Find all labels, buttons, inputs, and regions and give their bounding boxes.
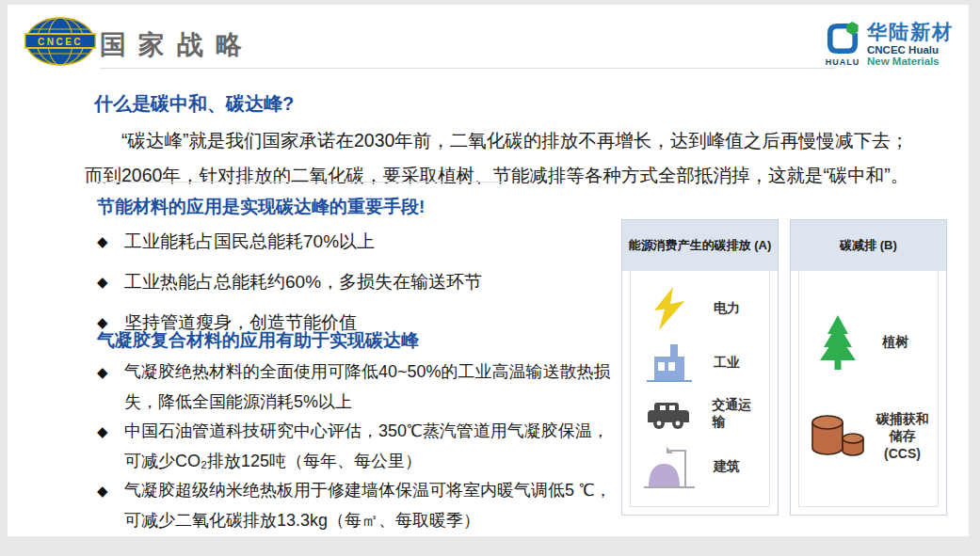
section-aerogel: 气凝胶复合材料的应用有助于实现碳达峰 ◆ 气凝胶绝热材料的全面使用可降低40~5… <box>97 328 624 535</box>
bullet-text-line: 气凝胶超级纳米绝热板用于修建墙体保温可将室内暖气调低5 ℃， <box>124 476 624 506</box>
diamond-bullet-icon: ◆ <box>97 230 108 254</box>
intro-paragraph-line1: “碳达峰”就是我们国家承诺在2030年前，二氧化碳的排放不再增长，达到峰值之后再… <box>85 123 956 158</box>
list-item: ◆ 中国石油管道科技研究中心评估，350℃蒸汽管道用气凝胶保温， 可减少CO₂排… <box>97 417 624 476</box>
list-item: ◆ 气凝胶超级纳米绝热板用于修建墙体保温可将室内暖气调低5 ℃， 可减少二氧化碳… <box>97 476 624 535</box>
ccs-label-line2: (CCS) <box>873 445 932 462</box>
panel-carbon-emission: 能源消费产生的碳排放 (A) 电力 <box>621 219 779 516</box>
section-energy-saving-heading: 节能材料的应用是实现碳达峰的重要手段! <box>97 195 624 218</box>
header-divider <box>101 68 835 69</box>
factory-icon <box>636 342 702 384</box>
section-energy-saving-bullets: ◆ 工业能耗占国民总能耗70%以上 ◆ 工业热能占总能耗约60%，多损失在输送环… <box>97 230 624 335</box>
panel-carbon-emission-body: 电力 工业 <box>630 271 770 507</box>
panel-carbon-reduction-header: 碳减排 (B) <box>791 220 946 271</box>
diamond-bullet-icon: ◆ <box>97 270 108 294</box>
section-aerogel-heading: 气凝胶复合材料的应用有助于实现碳达峰 <box>97 328 624 352</box>
bullet-text-line: 气凝胶绝热材料的全面使用可降低40~50%的工业高温输送散热损 <box>124 357 624 388</box>
car-icon <box>636 399 700 429</box>
list-item: 建筑 <box>636 443 763 490</box>
cncec-logo-text: CNCEC <box>38 37 83 47</box>
panel-item-label: 工业 <box>714 355 740 372</box>
panel-item-label: 植树 <box>882 334 908 351</box>
page-title: 国家战略 <box>100 27 254 63</box>
hualu-mark: HUALU <box>824 22 861 67</box>
diamond-bullet-icon: ◆ <box>97 417 108 447</box>
section-divider <box>96 182 503 183</box>
panel-carbon-reduction: 碳减排 (B) 植树 <box>790 219 947 516</box>
panel-carbon-emission-header: 能源消费产生的碳排放 (A) <box>622 220 778 271</box>
list-item: 交通运输 <box>636 397 763 431</box>
cncec-logo-icon: CNCEC <box>24 16 96 67</box>
slide: CNCEC 国家战略 HUALU 华陆新材 CNCEC Hualu New Ma… <box>8 5 969 536</box>
hualu-mark-label: HUALU <box>824 57 861 67</box>
bullet-text-line: 可减少二氧化碳排放13.3kg（每㎡、每取暖季） <box>124 506 624 536</box>
list-item: ◆ 工业热能占总能耗约60%，多损失在输送环节 <box>97 270 624 294</box>
panel-item-label: 交通运输 <box>712 397 763 431</box>
hualu-logo-text: 华陆新材 CNCEC Hualu New Materials <box>867 22 954 67</box>
hualu-name-en2: New Materials <box>867 56 954 67</box>
tree-icon <box>805 315 871 370</box>
list-item: 工业 <box>636 342 763 384</box>
ccs-label-line1: 碳捕获和储存 <box>873 410 932 444</box>
section-aerogel-bullets: ◆ 气凝胶绝热材料的全面使用可降低40~50%的工业高温输送散热损 失，降低全国… <box>97 357 624 535</box>
page-background: CNCEC 国家战略 HUALU 华陆新材 CNCEC Hualu New Ma… <box>0 0 980 556</box>
panel-item-label: 碳捕获和储存 (CCS) <box>873 410 932 462</box>
bullet-text-line: 失，降低全国能源消耗5%以上 <box>124 388 624 418</box>
panel-item-label: 建筑 <box>714 458 740 475</box>
list-item: 碳捕获和储存 (CCS) <box>805 410 932 462</box>
intro-heading: 什么是碳中和、碳达峰? <box>94 91 294 117</box>
panel-item-label: 电力 <box>714 300 740 317</box>
hualu-name-cn: 华陆新材 <box>867 22 954 42</box>
storage-cylinders-icon <box>805 414 871 459</box>
hualu-logo: HUALU 华陆新材 CNCEC Hualu New Materials <box>824 22 954 67</box>
lightning-icon <box>636 287 702 330</box>
list-item: 电力 <box>636 287 763 330</box>
diamond-bullet-icon: ◆ <box>97 476 108 506</box>
bullet-text-line: 可减少CO₂排放125吨（每年、每公里） <box>124 447 624 477</box>
list-item: 植树 <box>805 315 932 370</box>
hualu-name-en1: CNCEC Hualu <box>867 44 954 56</box>
dome-building-icon <box>636 443 702 490</box>
list-item: ◆ 气凝胶绝热材料的全面使用可降低40~50%的工业高温输送散热损 失，降低全国… <box>97 357 624 417</box>
diamond-bullet-icon: ◆ <box>97 357 108 388</box>
intro-paragraph-line2: 而到2060年，针对排放的二氧化碳，要采取植树、节能减排等各种方式全部抵消掉，这… <box>85 158 956 193</box>
bullet-text: 工业热能占总能耗约60%，多损失在输送环节 <box>124 272 482 292</box>
bullet-text: 工业能耗占国民总能耗70%以上 <box>124 231 375 251</box>
bullet-text-line: 中国石油管道科技研究中心评估，350℃蒸汽管道用气凝胶保温， <box>124 417 624 447</box>
hualu-mark-icon <box>825 22 860 56</box>
panel-carbon-reduction-body: 植树 碳捕获和储存 (CCS) <box>798 271 939 507</box>
list-item: ◆ 工业能耗占国民总能耗70%以上 <box>97 230 624 254</box>
